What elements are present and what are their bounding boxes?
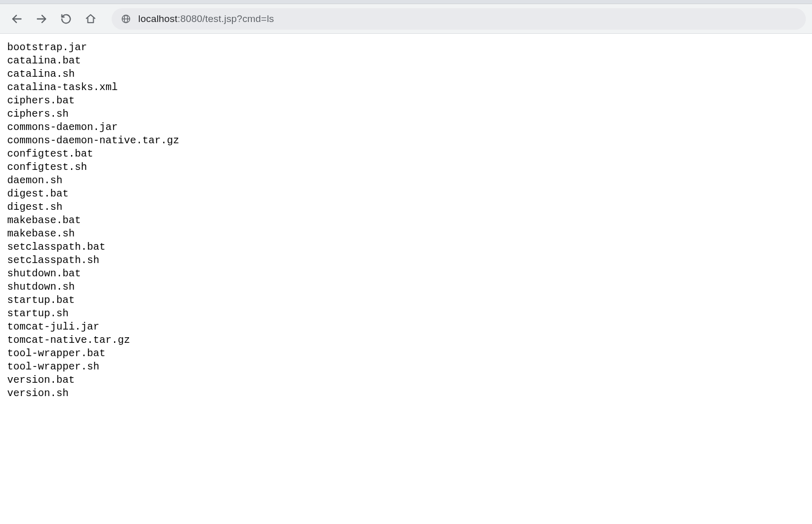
output-line: startup.bat xyxy=(7,294,805,307)
output-line: catalina.sh xyxy=(7,68,805,81)
url-text: localhost:8080/test.jsp?cmd=ls xyxy=(138,13,274,25)
url-path: /test.jsp?cmd=ls xyxy=(202,13,274,24)
url-port: :8080 xyxy=(178,13,203,24)
output-line: catalina-tasks.xml xyxy=(7,81,805,94)
page-output: bootstrap.jarcatalina.batcatalina.shcata… xyxy=(0,34,812,407)
address-bar[interactable]: localhost:8080/test.jsp?cmd=ls xyxy=(112,8,806,30)
output-line: configtest.sh xyxy=(7,161,805,174)
arrow-left-icon xyxy=(11,13,23,25)
back-button[interactable] xyxy=(6,8,28,30)
output-line: ciphers.sh xyxy=(7,107,805,121)
output-line: catalina.bat xyxy=(7,54,805,68)
output-line: ciphers.bat xyxy=(7,94,805,107)
output-line: digest.bat xyxy=(7,187,805,201)
output-line: makebase.sh xyxy=(7,227,805,241)
output-line: tool-wrapper.sh xyxy=(7,360,805,374)
output-line: startup.sh xyxy=(7,307,805,320)
home-button[interactable] xyxy=(80,8,101,30)
output-line: version.sh xyxy=(7,387,805,400)
output-line: setclasspath.sh xyxy=(7,254,805,267)
output-line: shutdown.sh xyxy=(7,280,805,294)
output-line: bootstrap.jar xyxy=(7,41,805,54)
output-line: version.bat xyxy=(7,374,805,387)
output-line: daemon.sh xyxy=(7,174,805,187)
output-line: shutdown.bat xyxy=(7,267,805,280)
output-line: setclasspath.bat xyxy=(7,241,805,254)
output-line: commons-daemon.jar xyxy=(7,121,805,134)
arrow-right-icon xyxy=(35,13,48,25)
output-line: makebase.bat xyxy=(7,214,805,227)
url-host: localhost xyxy=(138,13,178,24)
output-line: commons-daemon-native.tar.gz xyxy=(7,134,805,147)
tab-strip xyxy=(0,0,812,4)
output-line: tomcat-juli.jar xyxy=(7,320,805,334)
reload-button[interactable] xyxy=(55,8,77,30)
browser-toolbar: localhost:8080/test.jsp?cmd=ls xyxy=(0,4,812,34)
forward-button[interactable] xyxy=(31,8,52,30)
output-line: tool-wrapper.bat xyxy=(7,347,805,360)
output-line: digest.sh xyxy=(7,201,805,214)
site-info-icon[interactable] xyxy=(121,14,131,24)
reload-icon xyxy=(60,13,72,25)
home-icon xyxy=(85,13,96,25)
globe-icon xyxy=(121,14,131,24)
output-line: tomcat-native.tar.gz xyxy=(7,334,805,347)
output-line: configtest.bat xyxy=(7,147,805,161)
